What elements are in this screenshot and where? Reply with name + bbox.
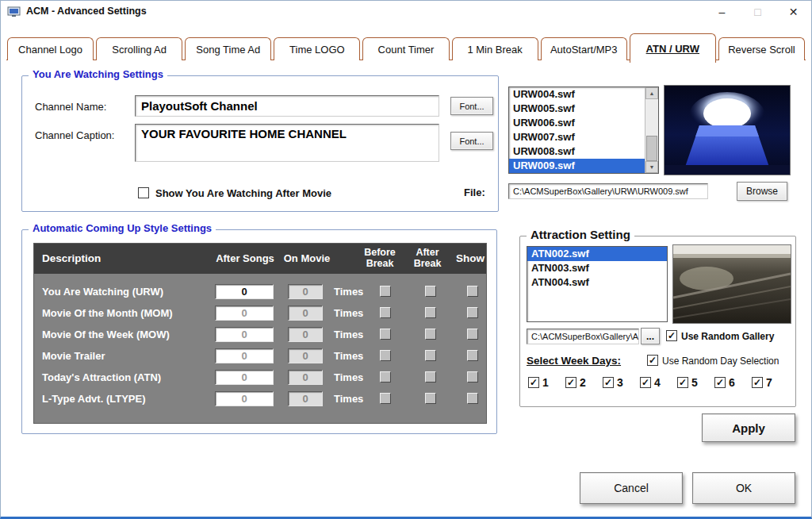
after-songs-input[interactable]: 0: [215, 327, 274, 342]
times-label: Times: [334, 329, 363, 340]
day-checkbox-item: 4: [640, 376, 661, 389]
urw-file-listbox[interactable]: URW004.swf URW005.swf URW006.swf URW007.…: [508, 86, 659, 174]
show-after-movie-checkbox[interactable]: [138, 187, 149, 198]
show-after-movie-label: Show You Are Watching After Movie: [155, 187, 331, 199]
before-break-checkbox[interactable]: [380, 286, 391, 297]
day-checkbox-item: 7: [752, 376, 772, 389]
minimize-button[interactable]: –: [704, 1, 740, 22]
on-movie-input[interactable]: 0: [288, 348, 323, 363]
after-songs-input[interactable]: 0: [215, 284, 274, 299]
show-checkbox[interactable]: [467, 371, 478, 383]
attraction-setting-group: Attraction Setting ATN002.swf ATN003.swf…: [519, 236, 796, 407]
day-2-checkbox[interactable]: [565, 377, 576, 388]
row-label: Today's Attraction (ATN): [42, 371, 161, 383]
list-item[interactable]: URW008.swf: [509, 144, 645, 159]
show-checkbox[interactable]: [467, 350, 478, 361]
gallery-path-input[interactable]: C:\ACMSuperBox\Gallery\A: [527, 329, 639, 344]
tab-channel-logo[interactable]: Channel Logo: [7, 37, 94, 60]
watching-group-title: You Are Watching Settings: [29, 68, 167, 80]
scrollbar-track[interactable]: [645, 99, 658, 161]
on-movie-input[interactable]: 0: [288, 370, 323, 385]
after-break-checkbox[interactable]: [425, 371, 436, 383]
table-row: You Are Watching (URW) 0 0 Times: [34, 282, 486, 303]
day-label: 1: [542, 376, 549, 389]
after-break-checkbox[interactable]: [425, 307, 436, 318]
tab-autostart-mp3[interactable]: AutoStart/MP3: [541, 37, 627, 60]
tab-scrolling-ad[interactable]: Scrolling Ad: [96, 37, 182, 60]
tab-time-logo[interactable]: Time LOGO: [274, 37, 360, 60]
after-break-checkbox[interactable]: [425, 286, 436, 297]
coming-up-group: Automatic Coming Up Style Settings Descr…: [21, 229, 497, 434]
scroll-up-icon[interactable]: ▲: [645, 87, 658, 99]
day-3-checkbox[interactable]: [603, 377, 614, 388]
on-movie-input[interactable]: 0: [288, 327, 323, 342]
before-break-checkbox[interactable]: [380, 371, 391, 383]
after-songs-input[interactable]: 0: [215, 391, 274, 406]
maximize-button: □: [740, 1, 776, 22]
tab-reverse-scroll[interactable]: Reverse Scroll: [718, 37, 805, 60]
day-7-checkbox[interactable]: [752, 377, 763, 388]
before-break-checkbox[interactable]: [380, 307, 391, 318]
use-random-day-checkbox[interactable]: [647, 355, 658, 366]
channel-caption-input[interactable]: YOUR FAVOURITE HOME CHANNEL: [135, 124, 439, 162]
scroll-down-icon[interactable]: ▼: [645, 161, 658, 173]
apply-button[interactable]: Apply: [702, 413, 795, 442]
table-row: Movie Of the Month (MOM) 0 0 Times: [34, 303, 486, 325]
tab-count-timer[interactable]: Count Timer: [362, 37, 449, 60]
browse-button[interactable]: Browse: [737, 182, 787, 201]
close-button[interactable]: ✕: [776, 1, 811, 22]
show-checkbox[interactable]: [467, 329, 478, 340]
tab-song-time-ad[interactable]: Song Time Ad: [185, 37, 271, 60]
day-label: 3: [617, 376, 623, 389]
on-movie-input[interactable]: 0: [288, 306, 323, 321]
list-item[interactable]: URW005.swf: [509, 102, 645, 116]
after-songs-input[interactable]: 0: [215, 370, 274, 385]
gallery-browse-button[interactable]: ...: [641, 328, 660, 344]
before-break-checkbox[interactable]: [380, 329, 391, 340]
file-path-input[interactable]: C:\ACMSuperBox\Gallery\URW\URW009.swf: [508, 183, 708, 199]
after-break-checkbox[interactable]: [425, 329, 436, 340]
channel-name-label: Channel Name:: [35, 101, 106, 113]
on-movie-input[interactable]: 0: [288, 391, 323, 406]
window-title: ACM - Advanced Settings: [26, 6, 147, 17]
use-random-gallery-checkbox[interactable]: [666, 330, 677, 341]
before-break-checkbox[interactable]: [380, 350, 391, 361]
show-checkbox[interactable]: [467, 393, 478, 404]
day-5-checkbox[interactable]: [677, 377, 688, 388]
row-label: You Are Watching (URW): [42, 286, 163, 298]
channel-name-font-button[interactable]: Font...: [450, 97, 493, 115]
list-item-selected[interactable]: ATN002.swf: [527, 247, 667, 261]
urw-list-scrollbar[interactable]: ▲ ▼: [645, 87, 658, 173]
list-item[interactable]: URW007.swf: [509, 130, 645, 144]
channel-caption-font-button[interactable]: Font...: [450, 132, 493, 150]
tab-1-min-break[interactable]: 1 Min Break: [452, 37, 538, 60]
show-checkbox[interactable]: [467, 307, 478, 318]
file-label: File:: [464, 186, 485, 198]
after-break-checkbox[interactable]: [425, 393, 436, 404]
list-item[interactable]: URW006.swf: [509, 116, 645, 130]
after-songs-input[interactable]: 0: [215, 348, 274, 363]
list-item[interactable]: ATN003.swf: [527, 261, 667, 275]
gallery-path-value: C:\ACMSuperBox\Gallery\A: [527, 329, 638, 344]
day-1-checkbox[interactable]: [528, 377, 539, 388]
on-movie-input[interactable]: 0: [288, 284, 323, 299]
after-break-checkbox[interactable]: [425, 350, 436, 361]
day-label: 2: [580, 376, 586, 389]
row-label: L-Type Advt. (LTYPE): [42, 393, 145, 405]
list-item[interactable]: ATN004.swf: [527, 275, 667, 290]
channel-name-input[interactable]: PlayoutSoft Channel: [135, 95, 439, 117]
tab-atn-urw[interactable]: ATN / URW: [630, 33, 716, 63]
ok-button[interactable]: OK: [692, 472, 795, 504]
before-break-checkbox[interactable]: [380, 393, 391, 404]
list-item-selected[interactable]: URW009.swf: [509, 159, 645, 173]
atn-file-listbox[interactable]: ATN002.swf ATN003.swf ATN004.swf: [527, 246, 668, 322]
cancel-button[interactable]: Cancel: [580, 472, 683, 504]
times-label: Times: [334, 307, 363, 319]
day-4-checkbox[interactable]: [640, 377, 651, 388]
after-songs-input[interactable]: 0: [215, 306, 274, 321]
show-checkbox[interactable]: [467, 286, 478, 297]
list-item[interactable]: URW004.swf: [509, 87, 645, 102]
scrollbar-thumb[interactable]: [646, 136, 657, 161]
day-6-checkbox[interactable]: [714, 377, 726, 388]
day-label: 4: [654, 376, 661, 389]
